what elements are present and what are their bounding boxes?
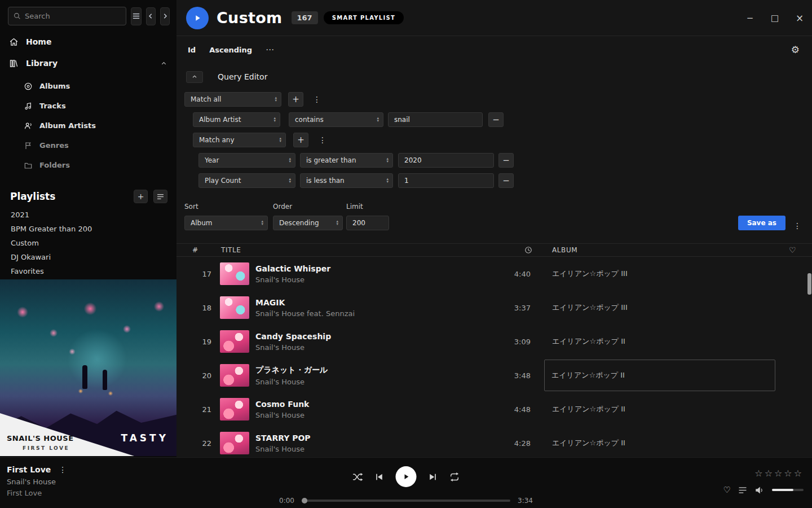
gear-icon[interactable]: ⚙ [791, 44, 800, 55]
table-row[interactable]: 17 Galactic Whisper Snail's House 4:40 エ… [176, 257, 812, 291]
menu-button[interactable] [131, 7, 142, 25]
add-rule-button[interactable]: + [288, 92, 303, 107]
order-select[interactable]: Descending [273, 216, 343, 230]
seek-bar[interactable] [302, 500, 510, 502]
remove-rule-button[interactable]: − [488, 112, 504, 127]
heart-column-icon[interactable]: ♡ [789, 246, 812, 255]
favorite-heart-icon[interactable]: ♡ [723, 485, 731, 495]
playlist-name: Custom [11, 239, 39, 247]
sort-field-button[interactable]: Id [188, 46, 196, 54]
sort-direction-button[interactable]: Ascending [209, 46, 252, 54]
limit-input[interactable] [346, 216, 389, 230]
minus-icon: − [492, 115, 500, 125]
track-number: 20 [176, 371, 214, 380]
close-button[interactable]: × [787, 0, 812, 36]
playlist-item-bpm[interactable]: BPM Greater than 200 [0, 222, 176, 236]
table-row[interactable]: 20 プラネット・ガール Snail's House 3:48 エイリアン☆ポッ… [176, 358, 812, 392]
disc-icon [24, 82, 33, 91]
forward-button[interactable] [160, 7, 170, 25]
group-menu-icon[interactable]: ⋮ [316, 135, 329, 144]
chevron-left-icon [147, 12, 155, 20]
sidebar-item-albums[interactable]: Albums [0, 76, 176, 96]
collapse-query-editor-button[interactable] [186, 71, 203, 83]
query-rule-row: Play Count is less than − [198, 173, 812, 188]
query-group-row: Match any + ⋮ [193, 133, 812, 147]
rule-operator-select[interactable]: is less than [300, 173, 393, 188]
maximize-button[interactable]: □ [762, 0, 787, 36]
back-button[interactable] [146, 7, 156, 25]
match-any-select[interactable]: Match any [193, 133, 286, 147]
next-button[interactable] [429, 472, 438, 481]
repeat-button[interactable] [449, 472, 460, 482]
track-art [220, 398, 249, 421]
playlist-item-favorites[interactable]: Favorites [0, 264, 176, 278]
table-row[interactable]: 18 MAGIK Snail's House feat. Sennzai 3:3… [176, 291, 812, 325]
add-playlist-button[interactable]: + [134, 190, 148, 203]
track-title: プラネット・ガール [255, 365, 328, 375]
library-sublist: Albums Tracks Album Artists Genres [0, 76, 176, 175]
scrollbar-thumb[interactable] [807, 273, 811, 295]
sidebar-item-album-artists[interactable]: Album Artists [0, 116, 176, 135]
now-playing-menu-icon[interactable]: ⋮ [59, 465, 67, 474]
table-row[interactable]: 22 STARRY POP Snail's House 4:28 エイリアン☆ポ… [176, 426, 812, 460]
more-options-icon[interactable]: ⋯ [266, 45, 275, 55]
track-album: エイリアン☆ポップ II [552, 336, 789, 347]
minus-icon: − [502, 176, 510, 186]
sort-select[interactable]: Album [184, 216, 268, 230]
sort-order-limit-row: Sort Album Order Descending Limit Save a… [184, 203, 804, 230]
search-input[interactable] [25, 12, 121, 20]
select-arrows-icon [289, 157, 291, 164]
rule-menu-icon[interactable]: ⋮ [310, 95, 324, 104]
rule-value-input[interactable] [398, 173, 494, 188]
add-group-rule-button[interactable]: + [293, 133, 308, 147]
column-duration[interactable] [505, 246, 552, 254]
column-title[interactable]: TITLE [214, 246, 505, 254]
seek-handle[interactable] [302, 498, 307, 503]
sidebar-item-genres[interactable]: Genres [0, 135, 176, 155]
track-album: エイリアン☆ポップ II [552, 404, 789, 414]
volume-button[interactable] [754, 485, 765, 495]
rule-value-input[interactable] [388, 112, 483, 127]
shuffle-button[interactable] [352, 472, 363, 481]
playlist-list-button[interactable] [153, 190, 167, 203]
match-all-select[interactable]: Match all [184, 92, 281, 107]
minimize-button[interactable]: − [738, 0, 762, 36]
clock-icon [524, 246, 532, 254]
rule-value-input[interactable] [398, 153, 494, 168]
star-rating[interactable]: ☆☆☆☆☆ [754, 468, 804, 479]
playlist-item-dj-okawari[interactable]: DJ Okawari [0, 250, 176, 264]
playlists-header: Playlists + [10, 190, 167, 203]
rule-operator-select[interactable]: is greater than [300, 153, 393, 168]
playlist-item-2021[interactable]: 2021 [0, 208, 176, 222]
rule-field-select[interactable]: Album Artist [193, 112, 280, 127]
track-album: エイリアン☆ポップ III [552, 269, 789, 279]
save-as-button[interactable]: Save as [738, 216, 785, 230]
play-playlist-button[interactable] [186, 7, 209, 29]
chevron-up-icon[interactable] [160, 60, 167, 67]
column-album[interactable]: ALBUM [552, 246, 789, 254]
next-icon [429, 472, 438, 481]
previous-button[interactable] [375, 472, 384, 481]
rule-operator-select[interactable]: contains [289, 112, 383, 127]
sidebar-item-folders[interactable]: Folders [0, 155, 176, 175]
remove-rule-button[interactable]: − [498, 173, 514, 188]
sidebar-item-tracks[interactable]: Tracks [0, 96, 176, 116]
previous-icon [375, 472, 384, 481]
save-menu-icon[interactable]: ⋮ [791, 221, 804, 230]
volume-slider[interactable] [772, 489, 804, 491]
rule-field-select[interactable]: Year [198, 153, 295, 168]
sidebar-item-home[interactable]: Home [0, 31, 176, 52]
sidebar-item-library[interactable]: Library [0, 52, 176, 74]
play-icon [193, 14, 202, 23]
column-number[interactable]: # [176, 246, 214, 254]
remove-rule-button[interactable]: − [498, 153, 514, 168]
table-row[interactable]: 19 Candy Spaceship Snail's House 3:09 エイ… [176, 325, 812, 358]
queue-button[interactable] [738, 487, 747, 494]
table-row[interactable]: 21 Cosmo Funk Snail's House 4:48 エイリアン☆ポ… [176, 392, 812, 426]
rule-field-select[interactable]: Play Count [198, 173, 295, 188]
playlist-item-custom[interactable]: Custom [0, 236, 176, 250]
play-pause-button[interactable] [396, 466, 417, 487]
cover-figure [82, 365, 87, 389]
search-box[interactable] [8, 7, 126, 25]
track-album-focused[interactable]: エイリアン☆ポップ II [544, 360, 775, 391]
